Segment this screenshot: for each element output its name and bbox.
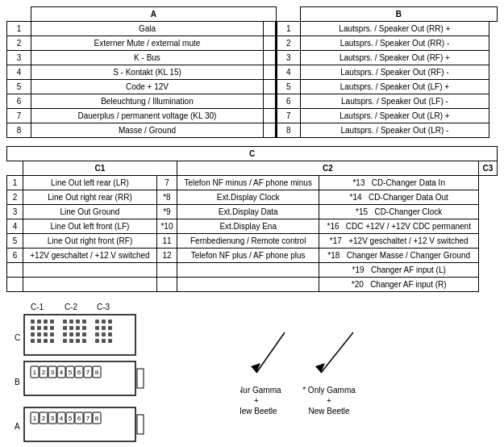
svg-rect-24 xyxy=(82,320,86,324)
svg-text:C: C xyxy=(15,333,20,342)
svg-rect-26 xyxy=(69,326,73,330)
svg-text:5: 5 xyxy=(69,369,73,376)
notes-section: * Nur Gamma + New Beetle * Only Gamma + … xyxy=(168,300,498,447)
bottom-section: C-1 C-2 C-3 C xyxy=(6,300,498,447)
svg-rect-28 xyxy=(82,326,86,330)
svg-text:* Nur Gamma: * Nur Gamma xyxy=(240,386,281,395)
svg-rect-6 xyxy=(37,320,41,324)
svg-text:2: 2 xyxy=(42,369,46,376)
connector-diagram: C-1 C-2 C-3 C xyxy=(6,300,168,447)
table-ab: AB 1 Gala 1 Lautsprs. / Speaker Out (RR)… xyxy=(6,6,498,138)
svg-line-87 xyxy=(256,332,285,373)
svg-rect-20 xyxy=(50,339,54,343)
svg-text:New Beetle: New Beetle xyxy=(240,407,277,416)
svg-rect-11 xyxy=(44,326,48,330)
svg-rect-15 xyxy=(44,332,48,336)
svg-rect-47 xyxy=(102,339,106,343)
svg-text:6: 6 xyxy=(77,415,81,422)
svg-text:+: + xyxy=(327,396,331,405)
svg-rect-30 xyxy=(69,332,73,336)
svg-text:1: 1 xyxy=(33,415,37,422)
svg-rect-38 xyxy=(102,320,106,324)
svg-text:5: 5 xyxy=(69,415,73,422)
svg-rect-27 xyxy=(76,326,80,330)
svg-rect-17 xyxy=(31,339,35,343)
svg-rect-10 xyxy=(37,326,41,330)
svg-text:8: 8 xyxy=(95,415,99,422)
svg-rect-48 xyxy=(108,339,112,343)
svg-rect-40 xyxy=(95,326,99,330)
svg-rect-23 xyxy=(76,320,80,324)
svg-text:B: B xyxy=(15,378,20,386)
svg-text:7: 7 xyxy=(86,415,90,422)
svg-rect-37 xyxy=(95,320,99,324)
svg-rect-86 xyxy=(137,415,144,434)
arrows-svg: * Nur Gamma + New Beetle * Only Gamma + … xyxy=(240,324,426,447)
svg-rect-16 xyxy=(50,332,54,336)
svg-rect-35 xyxy=(76,339,80,343)
svg-rect-21 xyxy=(63,320,67,324)
svg-rect-29 xyxy=(63,332,67,336)
svg-rect-67 xyxy=(137,369,144,388)
svg-rect-36 xyxy=(82,339,86,343)
svg-rect-33 xyxy=(63,339,67,343)
svg-rect-18 xyxy=(37,339,41,343)
svg-text:C-1: C-1 xyxy=(31,303,44,311)
svg-text:4: 4 xyxy=(60,415,64,422)
svg-text:8: 8 xyxy=(95,369,99,376)
svg-rect-9 xyxy=(31,326,35,330)
svg-text:2: 2 xyxy=(42,415,46,422)
svg-rect-46 xyxy=(95,339,99,343)
svg-text:6: 6 xyxy=(77,369,81,376)
svg-text:New Beetle: New Beetle xyxy=(308,407,350,416)
svg-text:7: 7 xyxy=(86,369,90,376)
connector-svg: C-1 C-2 C-3 C xyxy=(6,300,168,447)
svg-rect-34 xyxy=(69,339,73,343)
svg-rect-7 xyxy=(44,320,48,324)
svg-text:3: 3 xyxy=(51,369,55,376)
svg-rect-31 xyxy=(76,332,80,336)
svg-text:4: 4 xyxy=(60,369,64,376)
svg-rect-43 xyxy=(95,332,99,336)
svg-text:A: A xyxy=(15,422,20,431)
svg-rect-45 xyxy=(108,332,112,336)
svg-rect-39 xyxy=(108,320,112,324)
svg-line-89 xyxy=(321,332,353,373)
svg-text:* Only Gamma: * Only Gamma xyxy=(302,386,356,395)
svg-text:1: 1 xyxy=(33,369,37,376)
svg-rect-13 xyxy=(31,332,35,336)
svg-rect-19 xyxy=(44,339,48,343)
svg-text:+: + xyxy=(254,396,259,405)
svg-text:3: 3 xyxy=(51,415,55,422)
svg-text:C-3: C-3 xyxy=(97,303,110,311)
svg-rect-14 xyxy=(37,332,41,336)
svg-rect-42 xyxy=(108,326,112,330)
svg-rect-44 xyxy=(102,332,106,336)
svg-rect-41 xyxy=(102,326,106,330)
svg-text:C-2: C-2 xyxy=(65,303,78,311)
svg-rect-22 xyxy=(69,320,73,324)
svg-rect-8 xyxy=(50,320,54,324)
svg-marker-90 xyxy=(315,363,325,373)
svg-rect-12 xyxy=(50,326,54,330)
svg-marker-88 xyxy=(251,363,260,373)
svg-rect-5 xyxy=(31,320,35,324)
svg-rect-25 xyxy=(63,326,67,330)
table-c: C C1 C2 C3 1Line Out left rear (LR)7Tele… xyxy=(6,146,498,292)
svg-rect-32 xyxy=(82,332,86,336)
